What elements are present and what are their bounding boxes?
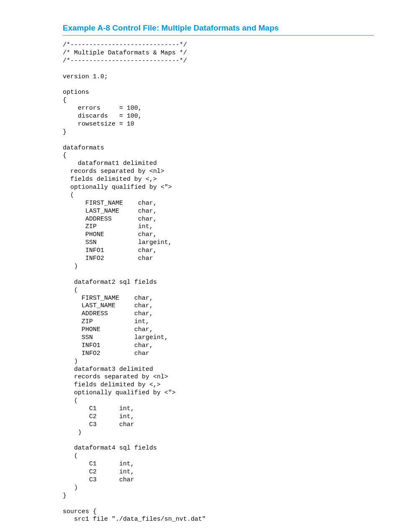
code-block: /*-----------------------------*/ /* Mul… <box>63 41 374 532</box>
example-heading: Example A-8 Control File: Multiple Dataf… <box>63 23 374 33</box>
page: Example A-8 Control File: Multiple Dataf… <box>0 0 399 532</box>
heading-rule <box>63 35 374 36</box>
